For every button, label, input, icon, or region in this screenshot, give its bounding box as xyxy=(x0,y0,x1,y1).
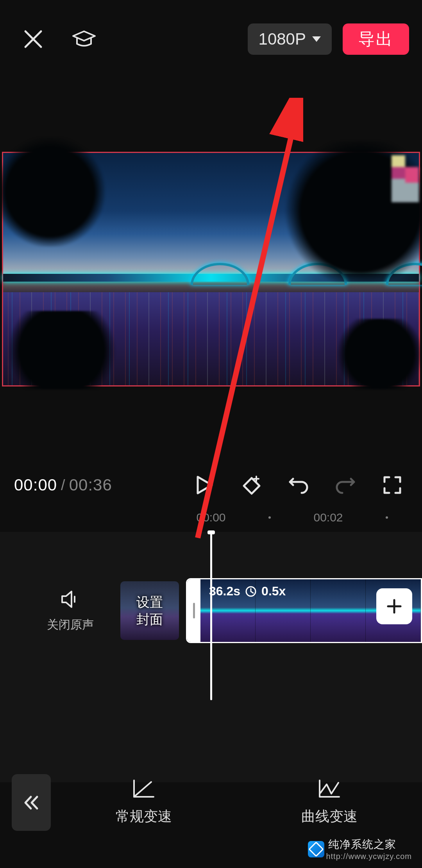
graduation-cap-icon xyxy=(72,27,97,52)
close-button[interactable] xyxy=(16,22,51,57)
tutorial-button[interactable] xyxy=(66,22,102,57)
keyframe-button[interactable] xyxy=(236,469,267,501)
time-total: 00:36 xyxy=(69,476,112,494)
keyframe-icon xyxy=(241,474,263,496)
fullscreen-icon xyxy=(383,476,402,494)
export-button[interactable]: 导出 xyxy=(343,23,409,55)
redo-icon xyxy=(335,476,356,494)
watermark-title: 纯净系统之家 xyxy=(328,837,412,852)
caret-down-icon xyxy=(312,36,321,42)
watermark-url: http://www.ycwjzy.com xyxy=(326,852,412,861)
speaker-icon xyxy=(60,589,81,610)
time-separator: / xyxy=(61,477,65,494)
timeline-ruler: 00:00 00:02 xyxy=(0,508,422,527)
clip-duration: 36.2s xyxy=(209,584,240,598)
tool-label: 常规变速 xyxy=(116,807,172,826)
clip-handle-left[interactable] xyxy=(187,579,200,642)
add-clip-button[interactable] xyxy=(376,588,412,624)
back-button[interactable] xyxy=(12,774,51,831)
undo-button[interactable] xyxy=(283,469,314,501)
redo-button[interactable] xyxy=(330,469,361,501)
watermark-logo-icon xyxy=(308,841,324,857)
clip-info: 36.2s 0.5x xyxy=(209,584,286,598)
play-icon xyxy=(196,475,213,495)
play-button[interactable] xyxy=(189,469,220,501)
ruler-tick: 00:02 xyxy=(313,511,343,524)
timeline-area[interactable]: 关闭原声 设置封面 36.2s 0.5x xyxy=(0,532,422,782)
curve-speed-icon xyxy=(318,779,341,799)
regular-speed-icon xyxy=(132,779,155,799)
export-label: 导出 xyxy=(358,28,393,50)
time-current: 00:00 xyxy=(14,476,57,494)
resolution-dropdown[interactable]: 1080P xyxy=(248,23,332,55)
undo-icon xyxy=(288,476,309,494)
mute-label: 关闭原声 xyxy=(47,617,94,633)
tool-curve-speed[interactable]: 曲线变速 xyxy=(236,779,422,826)
clip-speed: 0.5x xyxy=(261,584,286,598)
speed-icon xyxy=(245,586,257,597)
fullscreen-button[interactable] xyxy=(377,469,408,501)
close-icon xyxy=(23,29,43,49)
chevron-double-left-icon xyxy=(21,793,41,812)
tool-label: 曲线变速 xyxy=(301,807,358,826)
resolution-label: 1080P xyxy=(259,30,306,49)
bottom-toolbar: 常规变速 曲线变速 xyxy=(0,768,422,837)
ruler-tick: 00:00 xyxy=(196,511,225,524)
mute-audio-button[interactable]: 关闭原声 xyxy=(47,589,94,633)
playhead[interactable] xyxy=(210,532,212,700)
tool-regular-speed[interactable]: 常规变速 xyxy=(51,779,236,826)
editor-header: 1080P 导出 xyxy=(0,0,422,78)
video-preview[interactable] xyxy=(2,152,420,386)
plus-icon xyxy=(386,598,403,615)
watermark: 纯净系统之家 http://www.ycwjzy.com xyxy=(308,837,412,861)
playback-bar: 00:00 / 00:36 xyxy=(0,465,422,505)
set-cover-button[interactable]: 设置封面 xyxy=(120,581,179,640)
cover-label: 设置封面 xyxy=(136,593,163,628)
